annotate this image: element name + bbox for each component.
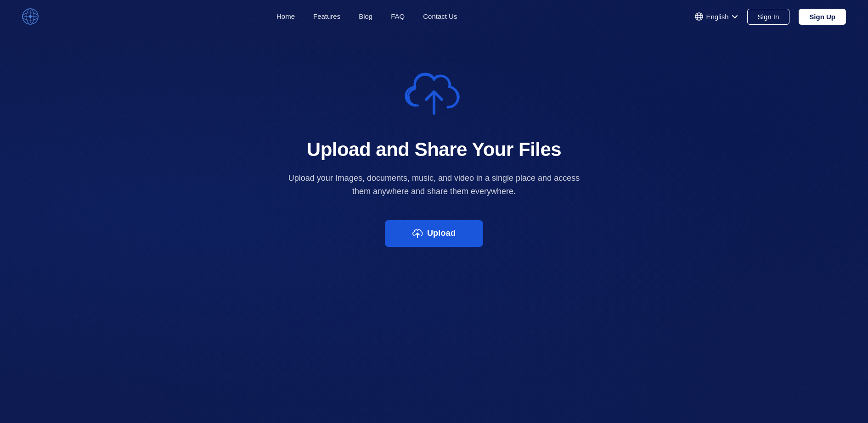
globe-icon (695, 12, 703, 21)
nav-item-faq[interactable]: FAQ (391, 12, 405, 20)
svg-point-7 (697, 13, 701, 20)
language-selector[interactable]: English (695, 12, 738, 21)
hero-section: Upload and Share Your Files Upload your … (0, 33, 868, 247)
hero-title: Upload and Share Your Files (307, 139, 561, 161)
logo-icon (22, 8, 39, 25)
upload-icon (412, 228, 423, 239)
svg-point-6 (695, 13, 703, 20)
hero-subtitle: Upload your Images, documents, music, an… (287, 172, 581, 198)
cloud-upload-icon (404, 70, 464, 120)
signin-button[interactable]: Sign In (747, 9, 790, 25)
upload-button-label: Upload (427, 228, 456, 238)
nav-links: Home Features Blog FAQ Contact Us (276, 12, 457, 21)
nav-item-blog[interactable]: Blog (359, 12, 372, 20)
nav-right: English Sign In Sign Up (695, 9, 846, 25)
navbar: Home Features Blog FAQ Contact Us Englis… (0, 0, 868, 33)
nav-item-contact[interactable]: Contact Us (423, 12, 457, 20)
nav-item-features[interactable]: Features (313, 12, 340, 20)
signup-button[interactable]: Sign Up (799, 9, 846, 25)
language-label: English (706, 13, 728, 21)
upload-button[interactable]: Upload (385, 220, 483, 247)
nav-item-home[interactable]: Home (276, 12, 295, 20)
logo[interactable] (22, 8, 39, 25)
chevron-down-icon (732, 13, 738, 20)
